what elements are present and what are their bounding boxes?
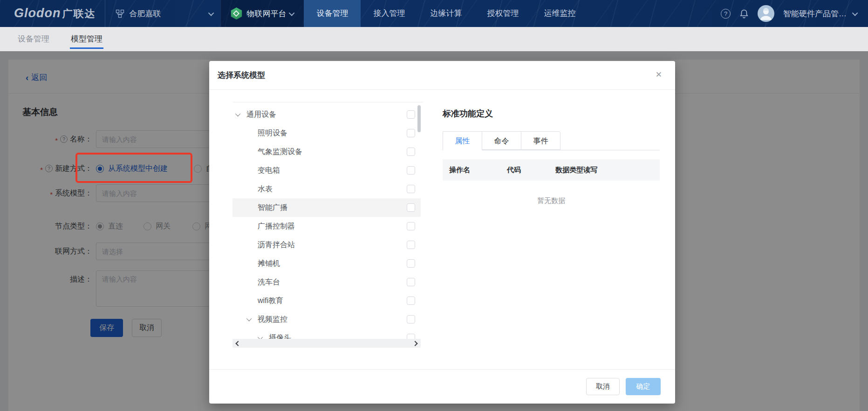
checkbox[interactable]: [407, 185, 415, 193]
dialog-confirm-button[interactable]: 确定: [626, 378, 661, 395]
org-name: 合肥嘉联: [129, 8, 161, 19]
table-header-cell: 操作名: [449, 166, 507, 175]
nav-item-access-mgmt[interactable]: 接入管理: [361, 0, 417, 27]
divider: [105, 0, 105, 27]
checkbox[interactable]: [407, 296, 415, 305]
chevron-down-icon[interactable]: [246, 316, 252, 321]
select-system-model-dialog: 选择系统模型 ✕ 通用设备 照明设备 气象监测设备: [209, 61, 675, 404]
tree-item[interactable]: wifi教育: [232, 291, 421, 310]
nav-item-device-mgmt[interactable]: 设备管理: [304, 0, 361, 27]
bell-icon[interactable]: [739, 9, 749, 19]
platform-switcher[interactable]: 物联网平台: [220, 0, 304, 27]
tree-item[interactable]: 通用设备: [232, 105, 421, 124]
tree-item[interactable]: 照明设备: [232, 124, 421, 142]
checkbox[interactable]: [407, 241, 415, 249]
checkbox[interactable]: [407, 148, 415, 156]
checkbox[interactable]: [407, 278, 415, 286]
checkbox[interactable]: [407, 222, 415, 230]
dialog-title: 选择系统模型: [218, 61, 265, 90]
modal-tab-commands[interactable]: 命令: [482, 131, 521, 150]
horizontal-scrollbar[interactable]: [232, 339, 421, 348]
chevron-down-icon: [289, 10, 295, 16]
checkbox[interactable]: [407, 166, 415, 175]
chevron-down-icon[interactable]: [258, 335, 263, 339]
secondary-tabbar: 设备管理 模型管理: [0, 27, 868, 51]
empty-state-text: 暂无数据: [443, 196, 660, 205]
nav-item-edge-computing[interactable]: 边缘计算: [417, 0, 474, 27]
tree-item[interactable]: 摊铺机: [232, 254, 421, 273]
modal-tab-events[interactable]: 事件: [521, 131, 560, 150]
dialog-header: 选择系统模型 ✕: [209, 61, 675, 90]
avatar[interactable]: [758, 5, 774, 22]
model-tree: 通用设备 照明设备 气象监测设备 变电箱: [232, 105, 421, 339]
checkbox[interactable]: [407, 315, 415, 323]
close-icon[interactable]: ✕: [656, 71, 662, 79]
scroll-right-icon[interactable]: [412, 341, 417, 346]
help-icon[interactable]: ?: [721, 9, 731, 19]
main-menu: 设备管理 接入管理 边缘计算 授权管理 运维监控: [304, 0, 588, 27]
platform-icon: [230, 7, 242, 20]
checkbox[interactable]: [407, 110, 415, 119]
table-header-cell: 代码: [507, 166, 555, 175]
divider: [232, 102, 424, 102]
panel-heading: 标准功能定义: [443, 108, 493, 119]
checkbox[interactable]: [407, 129, 415, 137]
logo-brand: Glodon: [14, 6, 61, 20]
chevron-down-icon: [208, 10, 214, 16]
dialog-cancel-button[interactable]: 取消: [586, 378, 620, 395]
checkbox[interactable]: [407, 334, 415, 339]
table-header-cell: 读写: [583, 166, 597, 175]
table-header-row: 操作名代码数据类型读写: [443, 159, 660, 181]
tab-device-mgmt[interactable]: 设备管理: [18, 27, 49, 51]
glodon-logo: Glodon广联达: [14, 6, 96, 21]
checkbox[interactable]: [407, 259, 415, 268]
tree-item[interactable]: 视频监控: [232, 310, 421, 329]
org-switcher[interactable]: 合肥嘉联: [116, 8, 220, 19]
function-tabs: 属性 命令 事件: [443, 131, 660, 150]
tree-item[interactable]: 智能广播: [232, 198, 421, 217]
navbar-right: ? 智能硬件产品管…: [721, 5, 858, 22]
tree-item[interactable]: 水表: [232, 180, 421, 198]
tree-item[interactable]: 沥青拌合站: [232, 236, 421, 254]
tree-item[interactable]: 广播控制器: [232, 217, 421, 236]
platform-name: 物联网平台: [246, 8, 286, 19]
user-menu[interactable]: 智能硬件产品管…: [783, 8, 847, 19]
red-highlight-annotation: [75, 153, 192, 183]
chevron-down-icon[interactable]: [235, 111, 240, 116]
table-header-cell: 数据类型: [555, 166, 583, 175]
chevron-down-icon: [852, 10, 858, 16]
dialog-footer: 取消 确定: [209, 369, 675, 404]
vertical-scrollbar-thumb[interactable]: [417, 105, 421, 132]
top-navbar: Glodon广联达 合肥嘉联 物联网平台 设备管理 接入管理 边缘计算 授权管理…: [0, 0, 868, 27]
modal-tab-attributes[interactable]: 属性: [443, 131, 482, 150]
org-tree-icon: [116, 9, 124, 18]
tree-item[interactable]: 摄像头: [232, 329, 421, 339]
nav-item-auth-mgmt[interactable]: 授权管理: [474, 0, 531, 27]
scroll-left-icon[interactable]: [235, 341, 240, 346]
tree-item[interactable]: 变电箱: [232, 161, 421, 180]
checkbox[interactable]: [407, 203, 415, 212]
tree-item[interactable]: 气象监测设备: [232, 142, 421, 161]
tab-model-mgmt[interactable]: 模型管理: [71, 27, 103, 51]
logo-suffix: 广联达: [62, 8, 96, 20]
tree-item[interactable]: 洗车台: [232, 273, 421, 291]
nav-item-ops-monitor[interactable]: 运维监控: [531, 0, 588, 27]
